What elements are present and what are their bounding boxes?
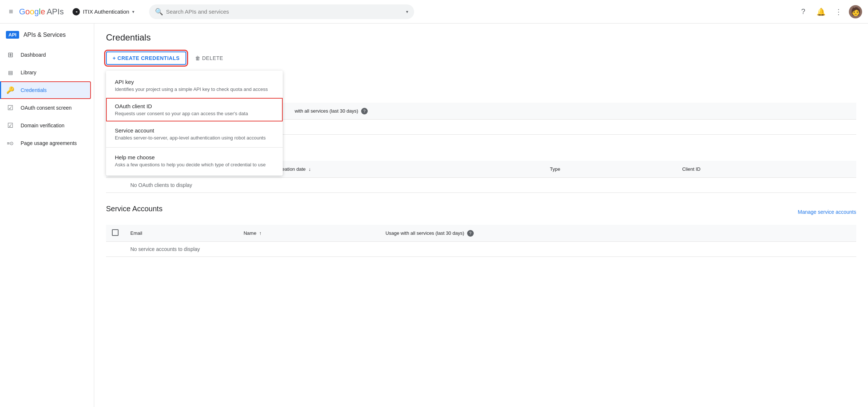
project-name: ITIX Authentication [83,8,129,15]
credentials-icon: 🔑 [6,86,15,94]
more-options-button[interactable]: ⋮ [831,4,846,19]
name-sort-arrow[interactable]: ↑ [259,230,262,236]
sidebar-header: API APIs & Services [0,26,94,43]
search-icon: 🔍 [155,8,163,16]
page-header: Credentials [106,32,856,43]
sidebar-item-label: OAuth consent screen [21,105,72,111]
sidebar-item-dashboard[interactable]: ⊞ Dashboard [0,46,91,64]
dropdown-divider [106,147,283,148]
sidebar-item-label: Library [21,70,36,75]
app-layout: API APIs & Services ⊞ Dashboard ▤ Librar… [0,24,868,407]
sa-name-header: Name ↑ [238,225,380,242]
sidebar-item-library[interactable]: ▤ Library [0,64,91,81]
oauth-type-header: Type [544,161,676,178]
main-content: Credentials + CREATE CREDENTIALS 🗑 DELET… [94,24,868,407]
dropdown-item-api-key[interactable]: API key Identifies your project using a … [106,74,283,97]
service-accounts-header: Service Accounts Manage service accounts [106,205,856,219]
service-account-desc: Enables server-to-server, app-level auth… [115,135,274,141]
creation-date-sort-arrow[interactable]: ↓ [308,166,311,172]
api-keys-usage-header: with all services (last 30 days) ? [289,103,856,120]
toolbar: + CREATE CREDENTIALS 🗑 DELETE API key Id… [106,52,856,65]
oauth-client-id-desc: Requests user consent so your app can ac… [115,111,274,116]
sidebar-nav: ⊞ Dashboard ▤ Library 🔑 Credentials ☑ OA… [0,46,94,152]
delete-button[interactable]: 🗑 DELETE [189,52,229,64]
page-title: Credentials [106,32,151,43]
sa-empty-row: No service accounts to display [106,242,856,257]
sidebar-item-label: Domain verification [21,123,64,128]
active-indicator [0,81,1,99]
api-key-desc: Identifies your project using a simple A… [115,86,274,92]
usage-help-icon[interactable]: ? [361,108,368,114]
help-button[interactable]: ? [796,4,811,19]
oauth-client-id-title: OAuth client ID [115,103,274,109]
avatar[interactable]: 🧑 [849,5,862,18]
search-bar[interactable]: 🔍 ▾ [149,4,414,19]
sa-empty-message: No service accounts to display [124,242,856,257]
help-me-choose-desc: Asks a few questions to help you decide … [115,162,274,167]
library-icon: ▤ [6,70,15,75]
create-credentials-button[interactable]: + CREATE CREDENTIALS [106,52,186,65]
api-badge: API [6,31,19,39]
nav-actions: ? 🔔 ⋮ 🧑 [796,4,862,19]
sidebar-item-credentials[interactable]: 🔑 Credentials [0,81,91,99]
hamburger-menu[interactable]: ≡ [6,4,16,19]
sa-usage-header: Usage with all services (last 30 days) ? [380,225,856,242]
sidebar-item-page-usage[interactable]: ≡⊙ Page usage agreements [0,134,91,152]
sidebar-item-label: Credentials [21,87,47,93]
oauth-empty-row: No OAuth clients to display [106,178,856,193]
more-icon: ⋮ [835,7,842,16]
sidebar-item-label: Dashboard [21,52,46,58]
sidebar: API APIs & Services ⊞ Dashboard ▤ Librar… [0,24,94,407]
search-dropdown-arrow: ▾ [406,9,408,14]
manage-service-accounts-link[interactable]: Manage service accounts [798,209,856,215]
service-accounts-header-row: Email Name ↑ Usage with all services (la… [106,225,856,242]
avatar-image: 🧑 [851,7,861,17]
oauth-creation-date-header: Creation date ↓ [271,161,544,178]
page-usage-icon: ≡⊙ [6,141,15,146]
create-credentials-dropdown: API key Identifies your project using a … [106,71,283,176]
service-account-title: Service account [115,127,274,134]
project-selector[interactable]: ITIX Authentication ▾ [70,7,137,17]
project-dropdown-arrow: ▾ [132,9,134,14]
domain-verification-icon: ☑ [6,121,15,130]
dashboard-icon: ⊞ [6,51,15,59]
oauth-empty-message: No OAuth clients to display [124,178,856,193]
oauth-consent-icon: ☑ [6,104,15,112]
sa-checkbox-header [106,225,124,242]
sidebar-item-label: Page usage agreements [21,140,77,146]
oauth-client-id-header: Client ID [676,161,856,178]
select-all-sa-checkbox[interactable] [112,229,119,236]
help-icon: ? [801,7,805,16]
google-logo: Google [19,7,45,17]
search-input[interactable] [166,8,406,15]
sa-usage-help-icon[interactable]: ? [467,230,474,237]
api-key-title: API key [115,79,274,85]
apis-label: APIs [47,7,64,17]
notifications-button[interactable]: 🔔 [814,4,828,19]
bell-icon: 🔔 [816,7,826,16]
top-navigation: ≡ Google APIs ITIX Authentication ▾ 🔍 ▾ … [0,0,868,24]
sa-email-header: Email [124,225,238,242]
delete-label: 🗑 DELETE [195,55,223,61]
dropdown-item-oauth-client-id[interactable]: OAuth client ID Requests user consent so… [106,98,283,121]
dropdown-item-service-account[interactable]: Service account Enables server-to-server… [106,122,283,146]
service-accounts-section: Service Accounts Manage service accounts… [106,205,856,257]
create-credentials-label: + CREATE CREDENTIALS [113,55,180,61]
hamburger-icon: ≡ [9,7,13,15]
sidebar-item-oauth-consent[interactable]: ☑ OAuth consent screen [0,99,91,117]
service-accounts-title: Service Accounts [106,205,162,213]
sidebar-item-domain-verification[interactable]: ☑ Domain verification [0,117,91,134]
service-accounts-table: Email Name ↑ Usage with all services (la… [106,225,856,257]
dropdown-item-help-me-choose[interactable]: Help me choose Asks a few questions to h… [106,149,283,173]
project-icon [73,8,80,15]
help-me-choose-title: Help me choose [115,154,274,160]
sidebar-title: APIs & Services [24,32,66,38]
